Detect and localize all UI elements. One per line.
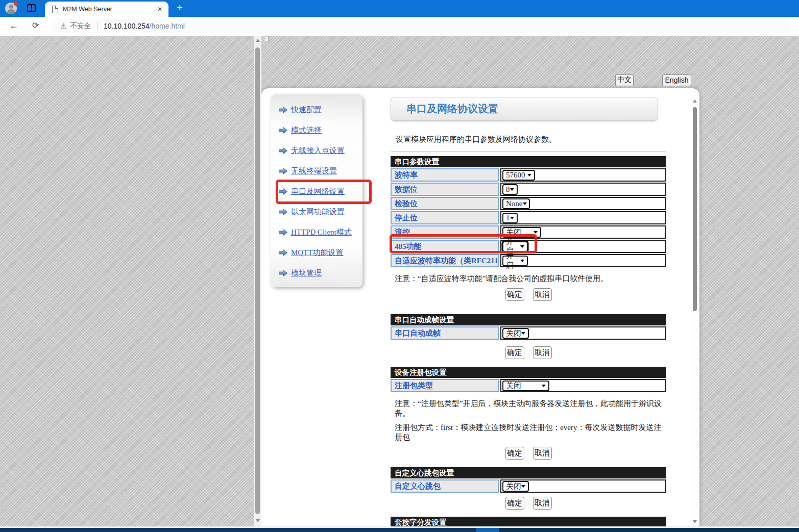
arrow-right-icon: [278, 269, 288, 277]
table-row: 波特率 57600: [391, 168, 666, 182]
scroll-down-icon[interactable]: [693, 520, 697, 523]
arrow-right-icon: [278, 229, 288, 236]
sidebar-link-label[interactable]: 模块管理: [291, 268, 322, 278]
content-scrollbar[interactable]: [691, 97, 698, 526]
sidebar-link-label[interactable]: 以太网功能设置: [291, 207, 345, 217]
ok-button[interactable]: 确定: [505, 346, 524, 359]
page-title-card: 串口及网络协议设置: [391, 97, 658, 121]
content-frame: 中文 English 快速配置 模式选择 无线接入点设置: [261, 36, 799, 526]
profile-notification-dot: [14, 2, 18, 6]
address-bar[interactable]: ⚠ 不安全 10.10.100.254 /home.html: [51, 19, 791, 33]
parity-select[interactable]: None: [502, 198, 530, 209]
section-header: 套接字分发设置: [391, 517, 666, 526]
button-row: 确定 取消: [391, 447, 666, 460]
sidebar-item-module-mgmt[interactable]: 模块管理: [278, 263, 362, 283]
new-tab-button[interactable]: +: [174, 2, 186, 14]
row-value-cell: 开启: [500, 254, 666, 267]
stop-bits-select[interactable]: 1: [502, 213, 518, 223]
socket-dist-table: 套接字分发设置 套接字分发功能 关闭: [391, 517, 666, 526]
browser-tab-strip: M2M Web Server ✕ +: [0, 0, 799, 17]
highlight-box-serial-network-nav: [276, 180, 372, 204]
arrow-right-icon: [278, 126, 288, 134]
chevron-down-icon: [510, 188, 514, 191]
scrollbar-thumb[interactable]: [693, 107, 697, 311]
tab-title: M2M Web Server: [63, 6, 157, 13]
browser-toolbar: ← ⟳ ⚠ 不安全 10.10.100.254 /home.html: [0, 17, 799, 35]
table-row: 自定义心跳包 关闭: [391, 479, 666, 493]
language-english-button[interactable]: English: [662, 74, 691, 86]
browser-tab[interactable]: M2M Web Server ✕: [45, 2, 168, 17]
select-value: None: [506, 199, 523, 208]
cancel-button[interactable]: 取消: [533, 346, 552, 359]
scrollbar-thumb[interactable]: [255, 47, 260, 514]
language-chinese-button[interactable]: 中文: [615, 74, 634, 86]
arrow-right-icon: [278, 167, 288, 175]
arrow-right-icon: [278, 106, 288, 114]
ok-button[interactable]: 确定: [505, 447, 524, 460]
sidebar-link-label[interactable]: 无线终端设置: [291, 166, 337, 176]
scroll-down-icon[interactable]: [256, 519, 260, 522]
chevron-down-icon: [521, 485, 525, 488]
broken-image-icon: [264, 37, 269, 41]
tab-close-icon[interactable]: ✕: [157, 6, 162, 13]
workspaces-icon[interactable]: [27, 4, 36, 12]
sidebar-item-ethernet[interactable]: 以太网功能设置: [278, 201, 362, 222]
intro-text: 设置模块应用程序的串口参数及网络协议参数。: [391, 135, 666, 144]
sidebar-link-label[interactable]: 模式选择: [291, 125, 322, 135]
auto-frame-select[interactable]: 关闭: [502, 328, 529, 339]
sidebar-item-httpd-client[interactable]: HTTPD Client模式: [278, 222, 362, 242]
adaptive-baud-select[interactable]: 开启: [502, 256, 528, 266]
security-warning-icon[interactable]: ⚠: [60, 22, 67, 30]
row-value-cell: 关闭: [500, 379, 666, 392]
arrow-right-icon: [278, 249, 288, 257]
sidebar-item-quick-config[interactable]: 快速配置: [278, 99, 362, 120]
data-bits-select[interactable]: 8: [502, 184, 518, 195]
left-frame-scrollbar[interactable]: [254, 36, 261, 526]
select-value: 关闭: [506, 482, 521, 491]
row-value-cell: 1: [500, 211, 666, 224]
note-register-packet: 注意：“注册包类型”开启后，模块主动向服务器发送注册包，此功能用于辨识设备。: [391, 399, 666, 418]
cancel-button[interactable]: 取消: [533, 288, 552, 301]
ok-button[interactable]: 确定: [505, 497, 524, 510]
table-row: 串口自动成帧 关闭: [391, 326, 666, 340]
chevron-down-icon: [542, 385, 546, 387]
row-label: 波特率: [391, 168, 499, 182]
scroll-up-icon[interactable]: [256, 39, 260, 42]
section-header: 自定义心跳包设置: [391, 467, 666, 478]
select-value: 8: [506, 185, 510, 194]
refresh-icon[interactable]: ⟳: [32, 20, 39, 30]
row-value-cell: 57600: [500, 168, 666, 182]
button-row: 确定 取消: [391, 288, 666, 301]
page-title: 串口及网络协议设置: [406, 102, 498, 116]
baud-rate-select[interactable]: 57600: [502, 170, 535, 181]
highlight-box-485-row: [390, 234, 537, 254]
sidebar-link-label[interactable]: MQTT功能设置: [291, 248, 344, 258]
scroll-up-icon[interactable]: [693, 99, 697, 103]
select-value: 1: [506, 214, 510, 222]
sidebar-item-wireless-ap[interactable]: 无线接入点设置: [278, 140, 362, 161]
sidebar-link-label[interactable]: HTTPD Client模式: [291, 227, 352, 237]
sidebar-item-wireless-terminal[interactable]: 无线终端设置: [278, 161, 362, 181]
row-value-cell: 8: [500, 183, 666, 196]
chevron-down-icon: [534, 231, 538, 234]
heartbeat-select[interactable]: 关闭: [502, 481, 529, 492]
back-icon[interactable]: ←: [9, 20, 18, 31]
button-row: 确定 取消: [391, 497, 666, 510]
table-row: 停止位 1: [391, 211, 666, 224]
section-header: 设备注册包设置: [391, 367, 666, 378]
sidebar-link-label[interactable]: 快速配置: [291, 105, 322, 115]
sidebar-item-mode-select[interactable]: 模式选择: [278, 120, 362, 140]
sidebar-item-mqtt[interactable]: MQTT功能设置: [278, 242, 362, 263]
sidebar-link-label[interactable]: 无线接入点设置: [291, 146, 345, 156]
chevron-down-icon: [520, 260, 524, 262]
register-packet-select[interactable]: 关闭: [502, 381, 549, 391]
content-card: 快速配置 模式选择 无线接入点设置 无线终端设置 串口及网络设置: [261, 88, 699, 526]
page-document-icon: [52, 6, 58, 13]
row-label: 自定义心跳包: [391, 479, 499, 493]
taskbar-edge: [0, 528, 799, 532]
cancel-button[interactable]: 取消: [533, 447, 552, 460]
main-content: 串口及网络协议设置 设置模块应用程序的串口参数及网络协议参数。 串口参数设置 波…: [391, 88, 666, 526]
security-label: 不安全: [70, 21, 91, 31]
cancel-button[interactable]: 取消: [533, 497, 552, 510]
ok-button[interactable]: 确定: [505, 288, 524, 301]
